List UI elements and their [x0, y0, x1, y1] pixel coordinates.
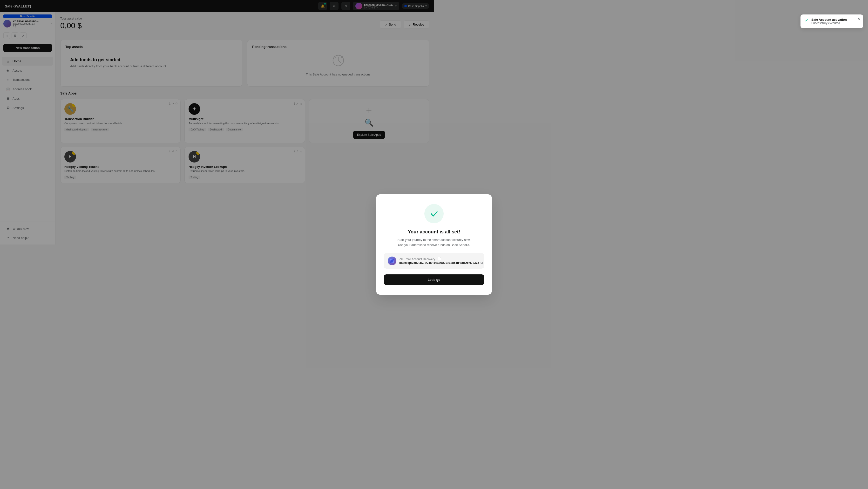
account-setup-modal: Your account is all set! Start your jour… — [376, 194, 434, 245]
modal-title: Your account is all set! — [384, 229, 434, 235]
modal-overlay: Your account is all set! Start your jour… — [0, 0, 434, 245]
modal-success-icon — [424, 204, 434, 223]
checkmark-icon — [429, 209, 434, 218]
modal-desc: Start your journey to the smart account … — [384, 238, 434, 245]
